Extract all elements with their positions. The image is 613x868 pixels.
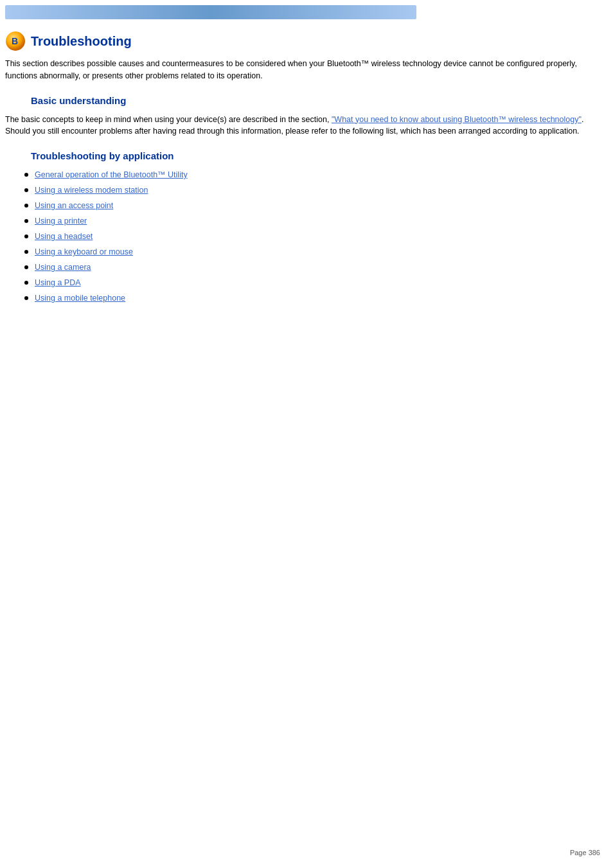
bullet-dot	[24, 250, 28, 254]
troubleshooting-list: General operation of the Bluetooth™ Util…	[24, 170, 594, 303]
list-item-link[interactable]: Using a keyboard or mouse	[35, 247, 133, 256]
list-item-link[interactable]: Using a mobile telephone	[35, 294, 125, 303]
bluetooth-basics-link[interactable]: "What you need to know about using Bluet…	[332, 115, 582, 124]
list-item: General operation of the Bluetooth™ Util…	[24, 170, 594, 179]
list-item: Using a keyboard or mouse	[24, 247, 594, 256]
page-number: Page 386	[570, 849, 600, 856]
list-item-link[interactable]: Using a camera	[35, 263, 91, 272]
list-item: Using a wireless modem station	[24, 186, 594, 195]
list-item: Using a mobile telephone	[24, 294, 594, 303]
list-item: Using an access point	[24, 201, 594, 210]
basic-understanding-heading: Basic understanding	[31, 95, 594, 106]
bullet-dot	[24, 281, 28, 285]
bluetooth-icon: B	[5, 31, 26, 51]
list-item: Using a PDA	[24, 278, 594, 287]
svg-text:B: B	[12, 36, 18, 46]
bullet-dot	[24, 173, 28, 177]
troubleshooting-by-app-heading: Troubleshooting by application	[31, 150, 594, 161]
bullet-dot	[24, 219, 28, 223]
bullet-dot	[24, 204, 28, 208]
top-banner	[5, 5, 416, 19]
list-item-link[interactable]: Using an access point	[35, 201, 113, 210]
bullet-dot	[24, 296, 28, 300]
list-item-link[interactable]: Using a PDA	[35, 278, 81, 287]
bullet-dot	[24, 235, 28, 238]
list-item-link[interactable]: Using a headset	[35, 232, 93, 241]
bullet-dot	[24, 265, 28, 269]
list-item-link[interactable]: Using a printer	[35, 217, 87, 226]
intro-text: This section describes possible causes a…	[5, 58, 594, 82]
list-item: Using a camera	[24, 263, 594, 272]
bullet-dot	[24, 188, 28, 192]
list-item-link[interactable]: General operation of the Bluetooth™ Util…	[35, 170, 188, 179]
page-title: Troubleshooting	[31, 34, 132, 49]
basic-understanding-body: The basic concepts to keep in mind when …	[5, 114, 594, 138]
list-item: Using a printer	[24, 217, 594, 226]
list-item: Using a headset	[24, 232, 594, 241]
list-item-link[interactable]: Using a wireless modem station	[35, 186, 148, 195]
